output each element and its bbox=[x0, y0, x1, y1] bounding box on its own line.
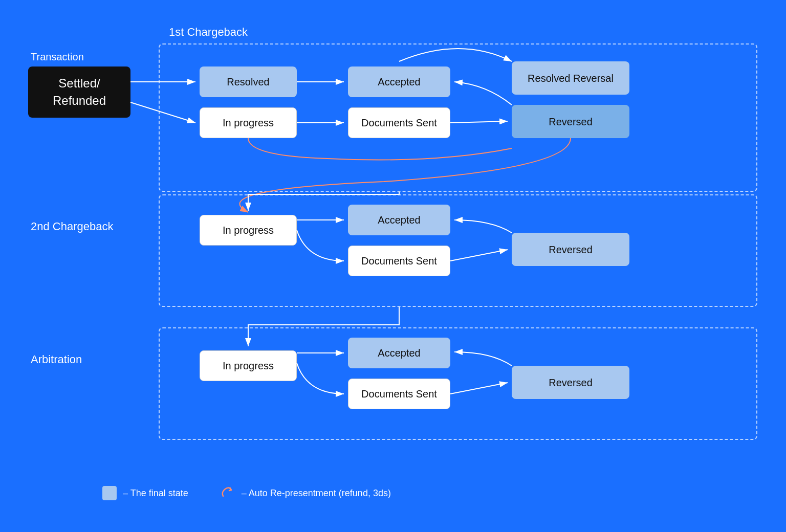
resolved-state: Resolved bbox=[200, 66, 297, 97]
transaction-state: Settled/ Refunded bbox=[28, 66, 130, 118]
accepted-2-state: Accepted bbox=[348, 205, 450, 235]
arbitration-label: Arbitration bbox=[31, 353, 82, 366]
chargeback1-label: 1st Chargeback bbox=[169, 26, 248, 39]
chargeback2-box bbox=[159, 194, 757, 307]
in-progress-2-state: In progress bbox=[200, 215, 297, 246]
legend: – The final state – Auto Re-presentment … bbox=[102, 485, 391, 501]
reversed-2-state: Reversed bbox=[512, 233, 629, 266]
auto-re-icon bbox=[219, 485, 235, 501]
legend-auto-re-label: – Auto Re-presentment (refund, 3ds) bbox=[242, 488, 391, 499]
documents-sent-1-state: Documents Sent bbox=[348, 107, 450, 138]
transaction-label: Transaction bbox=[31, 51, 84, 63]
in-progress-1-state: In progress bbox=[200, 107, 297, 138]
documents-sent-3-state: Documents Sent bbox=[348, 379, 450, 409]
legend-final-state-label: – The final state bbox=[123, 488, 188, 499]
resolved-reversal-state: Resolved Reversal bbox=[512, 61, 629, 95]
legend-color-box bbox=[102, 486, 117, 500]
in-progress-3-state: In progress bbox=[200, 350, 297, 381]
reversed-3-state: Reversed bbox=[512, 366, 629, 399]
diagram-container: Transaction Settled/ Refunded 1st Charge… bbox=[0, 0, 786, 532]
legend-final-state: – The final state bbox=[102, 486, 188, 500]
reversed-1-state: Reversed bbox=[512, 105, 629, 138]
documents-sent-2-state: Documents Sent bbox=[348, 246, 450, 276]
accepted-1-state: Accepted bbox=[348, 66, 450, 97]
accepted-3-state: Accepted bbox=[348, 338, 450, 368]
chargeback2-label: 2nd Chargeback bbox=[31, 220, 113, 233]
arbitration-box bbox=[159, 327, 757, 440]
legend-auto-re: – Auto Re-presentment (refund, 3ds) bbox=[219, 485, 391, 501]
